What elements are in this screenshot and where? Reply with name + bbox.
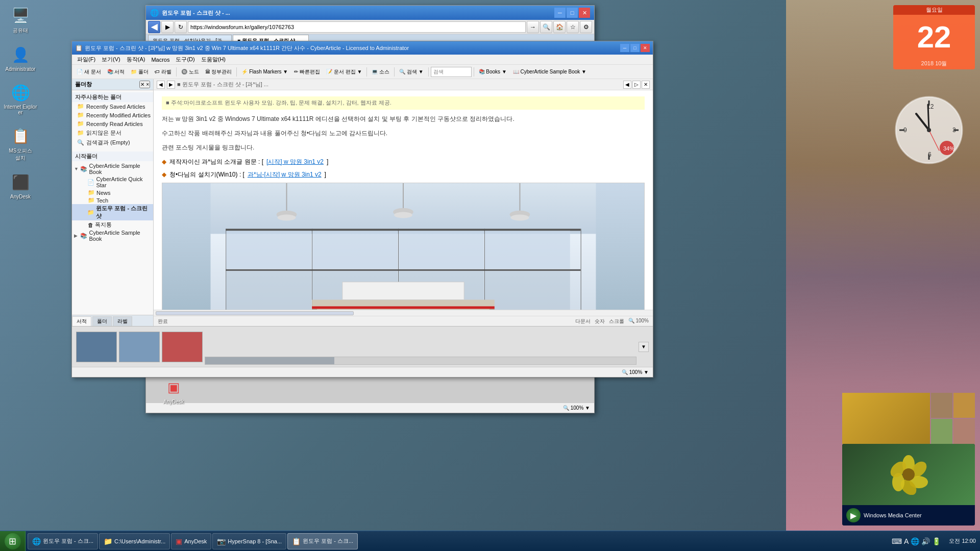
panel-tab-bookmark[interactable]: 서적 <box>72 316 91 326</box>
ie-address-bar[interactable] <box>188 21 526 33</box>
toolbar-search[interactable]: 🔍 검색 ▼ <box>397 66 426 78</box>
thumb-1[interactable] <box>76 332 117 362</box>
taskbar-item-2[interactable]: 📁 C:\Users\Administr... <box>99 533 170 549</box>
article-nav2[interactable]: ▷ <box>632 81 641 89</box>
tree-item-trash[interactable]: 🗑 폭지통 <box>72 220 153 229</box>
folder-icon-3: 📁 <box>77 120 84 127</box>
article-prev-btn[interactable]: ◀ <box>157 81 165 89</box>
toolbar-doc-edit[interactable]: 📝 운서 편집 ▼ <box>324 66 364 78</box>
tree-item-book2[interactable]: ▶ 📚 CyberArticle Sample Book <box>72 229 153 242</box>
cyber-close-btn[interactable]: ✕ <box>641 44 650 52</box>
calendar-widget[interactable]: 월요일 22 2018 10월 <box>893 5 975 69</box>
start-button[interactable]: ⊞ <box>0 531 26 552</box>
svg-text:34%: 34% <box>943 145 954 152</box>
bullet2-link[interactable]: 과*님-[시작] w 망원 3in1 v2 <box>248 170 322 180</box>
ie-settings-btn[interactable]: ⚙ <box>580 21 592 33</box>
ie-home-btn[interactable]: 🏠 <box>553 21 566 33</box>
panel-section-start: 시작폴더 ▼ 📚 CyberArticle Sample Book 📄 Cybe… <box>72 149 153 245</box>
cyber-minimize-btn[interactable]: ─ <box>620 44 629 52</box>
tree-label-tech: Tech <box>96 197 108 204</box>
tree-item-quickstart[interactable]: 📄 CyberArticle Quick Star <box>72 176 153 189</box>
taskbar-item-1[interactable]: 🌐 윈도우 포럼 - 스크... <box>28 533 98 549</box>
panel-item-recently-modified[interactable]: 📁 Recently Modified Articles <box>72 111 153 119</box>
recently-read-label: Recently Read Articles <box>86 121 143 127</box>
tree-item-news[interactable]: 📁 News <box>72 189 153 196</box>
toolbar-folder[interactable]: 📁 폴더 <box>128 66 151 78</box>
svg-rect-31 <box>312 307 495 309</box>
share-icon: 🖥️ <box>10 5 31 26</box>
cyber-titlebar[interactable]: 📋 윈도우 포럼 - 스크린 샷 - [과*님] w 망원 3in1 v2 중 … <box>72 41 653 55</box>
thumb-3[interactable] <box>162 332 203 362</box>
taskbar-item-5[interactable]: 📋 윈도우 포럼 - 스크... <box>287 533 358 549</box>
desktop-icon-share[interactable]: 🖥️ 공유태 <box>3 5 38 34</box>
panel-close-btn[interactable]: ✕ × <box>139 81 150 88</box>
desktop-icon-office[interactable]: 📋 MS오피스설치 <box>3 126 38 162</box>
toolbar-flash[interactable]: ⚡ Flash Markers ▼ <box>239 66 290 78</box>
toolbar-book[interactable]: 📚 서적 <box>105 66 128 78</box>
toolbar-books-menu[interactable]: 📚 Books ▼ <box>476 66 509 78</box>
ie-search-btn[interactable]: 🔍 <box>540 21 552 33</box>
media-preview <box>842 444 975 505</box>
panel-item-unread[interactable]: 📁 읽지않은 문서 <box>72 128 153 138</box>
ie-forward-btn[interactable]: ▶ <box>161 21 174 33</box>
bullet1-suffix: ] <box>327 157 328 167</box>
media-logo: ▶ <box>846 508 861 522</box>
ie-go-btn[interactable]: → <box>527 21 539 33</box>
cyber-menu-macros[interactable]: Macros <box>148 56 173 63</box>
thumb-2[interactable] <box>119 332 160 362</box>
ie-titlebar[interactable]: 🌐 윈도우 포럼 - 스크린 샷 - ... ─ □ ✕ <box>146 6 594 20</box>
panel-item-search-result[interactable]: 🔍 검색결과 (Empty) <box>72 138 153 147</box>
ie-refresh-btn[interactable]: ↻ <box>175 21 187 33</box>
desktop-icon-ie[interactable]: 🌐 Internet Explorer <box>3 82 38 115</box>
tree-item-cyberarticle[interactable]: ▼ 📚 CyberArticle Sample Book <box>72 162 153 176</box>
desktop-icon-admin[interactable]: 👤 Administrator <box>3 44 38 72</box>
cyber-menu-tools[interactable]: 도구(D) <box>173 55 198 64</box>
ie-maximize-btn[interactable]: □ <box>567 8 578 18</box>
panel-item-recently-read[interactable]: 📁 Recently Read Articles <box>72 119 153 128</box>
taskbar-clock[interactable]: 오전 12:00 <box>945 537 980 545</box>
cyber-menu-file[interactable]: 파일(F) <box>74 55 99 64</box>
panel-tab-folder[interactable]: 폴더 <box>92 316 112 326</box>
news-icon: 📁 <box>88 189 95 196</box>
cyber-menu-action[interactable]: 동작(A) <box>124 55 149 64</box>
toolbar-label[interactable]: 🏷 라벨 <box>152 66 174 78</box>
taskbar-item-3[interactable]: ▣ AnyDesk <box>171 533 211 549</box>
ie-star-btn[interactable]: ☆ <box>567 21 579 33</box>
article-nav1[interactable]: ◀ <box>623 81 631 89</box>
article-next-btn[interactable]: ▶ <box>167 81 175 89</box>
cyber-menu-view[interactable]: 보기(V) <box>99 55 124 64</box>
ie-back-btn[interactable]: ◀ <box>148 21 160 33</box>
hscroll-track[interactable] <box>156 311 354 315</box>
cyber-menu-help[interactable]: 도움말(H) <box>198 55 229 64</box>
panel-tab-label[interactable]: 라벨 <box>113 316 132 326</box>
ie-minimize-btn[interactable]: ─ <box>554 8 566 18</box>
tray-volume-icon[interactable]: 🔊 <box>921 537 930 545</box>
article-hscroll[interactable] <box>154 310 653 316</box>
toolbar-sample-book[interactable]: 📖 CyberArticle Sample Book ▼ <box>510 66 589 78</box>
toolbar-source[interactable]: 💻 소스 <box>369 66 392 78</box>
toolbar-search-input[interactable] <box>431 67 472 77</box>
article-close[interactable]: ✕ <box>642 81 650 89</box>
thumb-down-btn[interactable]: ▼ <box>639 342 649 352</box>
bullet1-link[interactable]: [시작] w 망원 3in1 v2 <box>266 157 324 167</box>
article-related: 관련 포스팅 게시물을 링크합니다. <box>162 142 645 153</box>
thumb-scroll-handle[interactable] <box>205 357 334 364</box>
svg-rect-11 <box>226 231 311 269</box>
toolbar-govt[interactable]: 🏛 정부관리 <box>203 66 235 78</box>
thumb-scrollbar[interactable] <box>205 357 636 365</box>
cyber-maximize-btn[interactable]: □ <box>630 44 640 52</box>
toolbar-quick-edit[interactable]: ✏ 빠른편집 <box>291 66 323 78</box>
toolbar-new-doc[interactable]: 📄 새 문서 <box>74 66 104 78</box>
tree-item-tech[interactable]: 📁 Tech <box>72 196 153 204</box>
toolbar-node[interactable]: 🔘 노드 <box>179 66 202 78</box>
taskbar-item-4[interactable]: 📷 HyperSnap 8 - [Sna... <box>212 533 286 549</box>
desktop2-anydesk[interactable]: ▣ AnyDesk <box>156 377 191 405</box>
clock-widget: 12 6 9 3 34% <box>893 94 965 166</box>
media-logo-icon: ▶ <box>850 511 856 520</box>
ie-close-btn[interactable]: ✕ <box>579 8 590 18</box>
tree-item-windowsforum[interactable]: 📁 윈도우 포럼 - 스크린 샷 <box>72 204 153 220</box>
panel-item-recently-saved[interactable]: 📁 Recently Saved Articles <box>72 102 153 111</box>
windows-logo-icon: ⊞ <box>9 536 16 547</box>
desktop-icon-anydesk[interactable]: ⬛ AnyDesk <box>3 172 38 199</box>
folder-icon-2: 📁 <box>77 112 84 118</box>
